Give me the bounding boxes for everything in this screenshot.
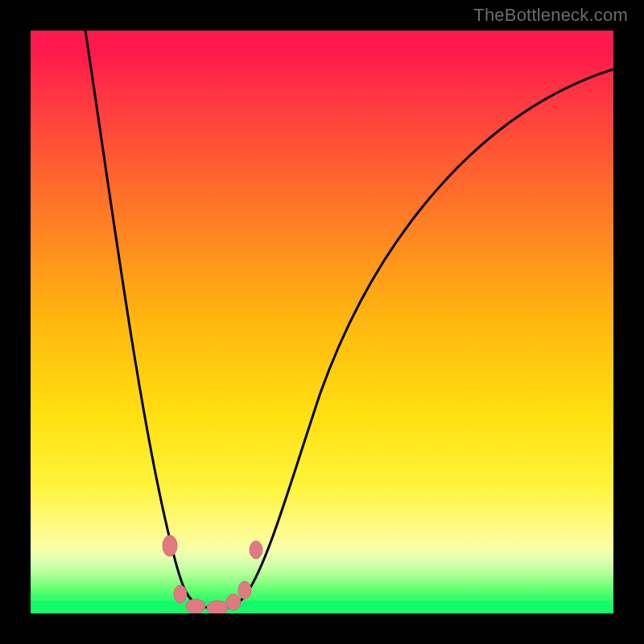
chart-frame: TheBottleneck.com	[0, 0, 644, 644]
curve-marker	[226, 594, 241, 610]
curve-marker	[238, 581, 251, 599]
curve-marker	[250, 541, 262, 559]
curve-marker	[174, 585, 187, 603]
bottleneck-curve-path	[85, 31, 613, 609]
curve-marker	[186, 599, 205, 613]
plot-area	[31, 31, 613, 613]
curve-marker	[163, 535, 177, 556]
watermark-text: TheBottleneck.com	[473, 5, 628, 26]
curve-markers	[163, 535, 262, 613]
bottleneck-curve-svg	[31, 31, 613, 613]
curve-marker	[207, 601, 228, 613]
